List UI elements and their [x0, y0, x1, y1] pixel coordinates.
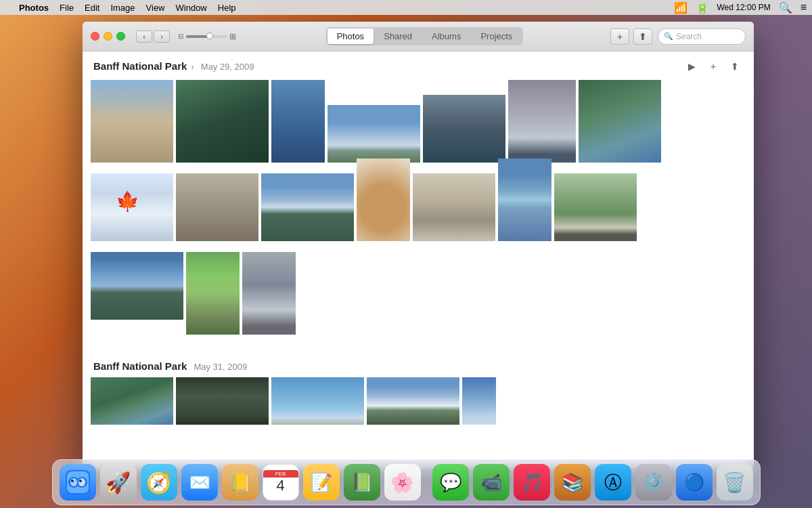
svg-point-6	[71, 480, 74, 482]
photo-item[interactable]	[579, 80, 661, 163]
section2-header: Banff National Park May 31, 2009	[83, 354, 754, 377]
photo-item[interactable]	[508, 80, 576, 163]
dock-item-appstore[interactable]: Ⓐ	[595, 464, 631, 501]
tab-albums[interactable]: Albums	[422, 28, 470, 44]
section1-row3	[83, 252, 754, 343]
photo-item[interactable]	[357, 158, 410, 241]
photo-item[interactable]	[176, 173, 258, 241]
dock-item-photos[interactable]: 🌸	[384, 464, 421, 501]
section1-title[interactable]: Banff National Park	[93, 60, 187, 72]
back-button[interactable]: ‹	[136, 30, 152, 43]
toolbar-actions: + ⬆	[610, 28, 652, 45]
dock-item-ibooks[interactable]: 📗	[344, 464, 380, 501]
svg-point-5	[78, 478, 85, 486]
tab-shared[interactable]: Shared	[374, 28, 422, 44]
forward-button[interactable]: ›	[154, 30, 170, 43]
dock-item-contacts[interactable]: 📒	[222, 464, 258, 501]
battery-icon: 🔋	[696, 1, 709, 14]
dock-item-trash[interactable]: 🗑️	[717, 464, 753, 501]
section1-chevron: ›	[191, 62, 194, 72]
dock: 🚀 🧭 ✉️ 📒 FEB 4 📝 📗 🌸 💬 📹	[52, 459, 761, 505]
spotlight-icon[interactable]: 🔍	[779, 1, 792, 14]
menubar-right: 📶 🔋 Wed 12:00 PM 🔍 ≡	[674, 1, 807, 14]
photo-item[interactable]	[186, 252, 240, 335]
section2-date: May 31, 2009	[194, 362, 247, 372]
dock-divider	[426, 469, 427, 496]
section1-row1	[83, 80, 754, 171]
photo-item[interactable]	[91, 173, 173, 241]
menu-edit[interactable]: Edit	[85, 3, 99, 13]
photo-item[interactable]	[423, 95, 505, 163]
section2-row1	[83, 377, 754, 433]
photo-item[interactable]	[498, 158, 551, 241]
photo-item[interactable]	[271, 377, 364, 425]
nav-buttons: ‹ ›	[136, 30, 170, 43]
dock-item-notes[interactable]: 📝	[303, 464, 340, 501]
dock-item-messages[interactable]: 💬	[432, 464, 469, 501]
dock-item-prefs[interactable]: ⚙️	[635, 464, 672, 501]
traffic-lights	[91, 32, 125, 41]
photo-item[interactable]	[176, 377, 269, 425]
app-name[interactable]: Photos	[19, 3, 49, 13]
photo-item[interactable]	[413, 173, 495, 241]
dock-area: 🚀 🧭 ✉️ 📒 FEB 4 📝 📗 🌸 💬 📹	[0, 447, 812, 508]
photo-item[interactable]	[91, 80, 173, 163]
section1-actions: ▶ + ⬆	[683, 58, 743, 75]
dock-item-finder[interactable]	[60, 464, 96, 501]
zoom-slider[interactable]	[186, 35, 227, 38]
titlebar: ‹ › ⊟ ⊞ Photos Shared Albums Projects + …	[83, 22, 754, 51]
menu-image[interactable]: Image	[110, 3, 135, 13]
close-button[interactable]	[91, 32, 99, 41]
tab-photos[interactable]: Photos	[328, 28, 374, 44]
dock-item-rocket[interactable]: 🚀	[100, 464, 137, 501]
zoom-thumb[interactable]	[206, 33, 213, 39]
photo-item[interactable]	[554, 173, 637, 241]
zoom-in-icon: ⊞	[229, 32, 236, 41]
search-icon: 🔍	[664, 32, 673, 41]
photo-item[interactable]	[242, 252, 296, 335]
photo-item[interactable]	[261, 173, 354, 241]
menu-window[interactable]: Window	[176, 3, 207, 13]
wifi-icon: 📶	[674, 1, 687, 14]
dock-item-safari[interactable]: 🧭	[141, 464, 177, 501]
play-button[interactable]: ▶	[683, 58, 700, 75]
add-to-album-button[interactable]: +	[705, 58, 721, 75]
minimize-button[interactable]	[104, 32, 112, 41]
add-button[interactable]: +	[610, 28, 629, 45]
section2-title[interactable]: Banff National Park	[93, 360, 187, 372]
clock: Wed 12:00 PM	[717, 3, 771, 12]
section1-date: May 29, 2009	[201, 62, 254, 72]
zoom-out-icon: ⊟	[178, 33, 183, 40]
section1-row2	[83, 173, 754, 249]
zoom-control: ⊟ ⊞	[178, 32, 236, 41]
tab-group: Photos Shared Albums Projects	[326, 27, 524, 45]
menu-file[interactable]: File	[60, 3, 74, 13]
maximize-button[interactable]	[116, 32, 125, 41]
menubar: Photos File Edit Image View Window Help …	[0, 0, 812, 15]
photo-item[interactable]	[462, 377, 496, 425]
photo-item[interactable]	[328, 105, 420, 163]
svg-point-7	[79, 480, 82, 482]
svg-point-4	[70, 478, 77, 486]
share-icon-button[interactable]: ⬆	[633, 28, 652, 45]
content-area: Banff National Park › May 29, 2009 ▶ + ⬆	[83, 51, 754, 469]
photo-item[interactable]	[176, 80, 269, 163]
photo-item[interactable]	[91, 252, 183, 320]
dock-item-books[interactable]: 📚	[554, 464, 591, 501]
menu-help[interactable]: Help	[218, 3, 236, 13]
dock-item-mail[interactable]: ✉️	[181, 464, 218, 501]
share-album-button[interactable]: ⬆	[727, 58, 743, 75]
photo-item[interactable]	[271, 80, 325, 163]
photos-window: ‹ › ⊟ ⊞ Photos Shared Albums Projects + …	[83, 22, 754, 469]
tab-projects[interactable]: Projects	[471, 28, 522, 44]
dock-item-music[interactable]: 🎵	[514, 464, 550, 501]
photo-item[interactable]	[91, 377, 173, 425]
dock-item-calendar[interactable]: FEB 4	[263, 464, 299, 501]
menu-view[interactable]: View	[146, 3, 165, 13]
search-placeholder-text: Search	[676, 32, 702, 41]
search-box[interactable]: 🔍 Search	[658, 28, 746, 45]
dock-item-facetime[interactable]: 📹	[473, 464, 510, 501]
photo-item[interactable]	[367, 377, 459, 425]
control-strip-icon[interactable]: ≡	[800, 1, 807, 14]
dock-item-support[interactable]: 🔵	[676, 464, 713, 501]
